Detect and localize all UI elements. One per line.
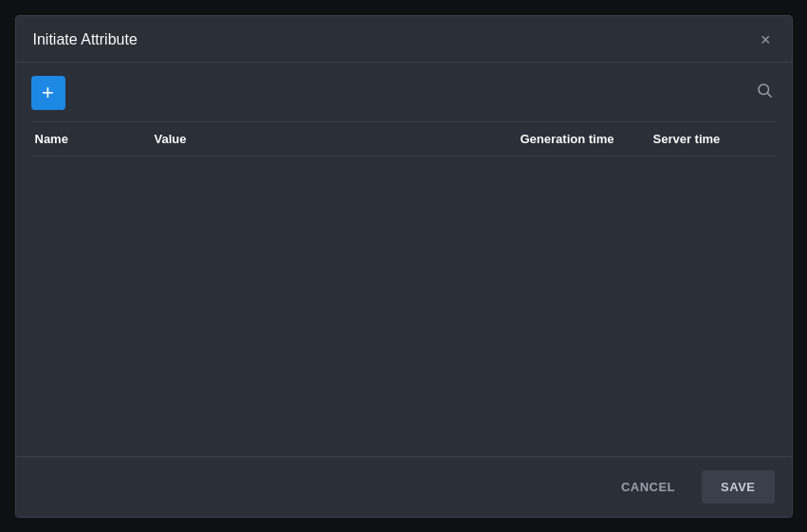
search-button[interactable] xyxy=(752,78,777,107)
table-container: Name Value Generation time Server time xyxy=(31,121,777,443)
column-header-value: Value xyxy=(155,132,521,146)
dialog-body: + Name Value Generation time Server time xyxy=(16,63,792,456)
save-button[interactable]: SAVE xyxy=(702,470,774,504)
dialog: Initiate Attribute × + Name Value Genera… xyxy=(15,15,793,518)
dialog-footer: CANCEL SAVE xyxy=(16,456,792,517)
cancel-button[interactable]: CANCEL xyxy=(604,470,692,504)
svg-line-1 xyxy=(767,93,771,97)
column-header-generation-time: Generation time xyxy=(521,132,653,146)
add-button[interactable]: + xyxy=(31,76,65,110)
dialog-title: Initiate Attribute xyxy=(33,31,138,48)
table-body xyxy=(31,156,777,441)
table-header: Name Value Generation time Server time xyxy=(31,122,777,156)
column-header-name: Name xyxy=(31,132,155,146)
search-icon xyxy=(756,82,773,99)
dialog-header: Initiate Attribute × xyxy=(16,16,792,63)
svg-point-0 xyxy=(759,84,769,95)
close-button[interactable]: × xyxy=(757,29,775,50)
column-header-server-time: Server time xyxy=(653,132,777,146)
toolbar: + xyxy=(31,76,777,110)
